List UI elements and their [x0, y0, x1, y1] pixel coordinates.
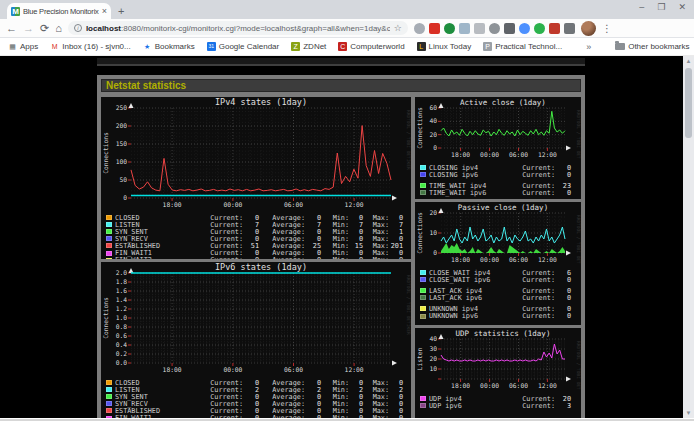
legend-stat-label: Min:: [321, 256, 349, 259]
legend-swatch: [106, 394, 112, 399]
gmail-icon: M: [50, 42, 59, 51]
svg-text:20: 20: [429, 209, 437, 216]
screenshot-extension-icon[interactable]: [504, 23, 515, 34]
legend-stat-label: Average:: [259, 414, 305, 418]
forward-button[interactable]: →: [23, 23, 34, 34]
legend-stat-value: 0: [243, 414, 259, 418]
legend-stat-label: Current:: [203, 414, 243, 418]
ipv6-states-legend: CLOSEDCurrent:0Average:0Min:0Max:0LISTEN…: [101, 378, 411, 418]
bookmark-star-blue[interactable]: ★Bookmarks: [143, 42, 195, 51]
legend-stat-label: Current:: [513, 294, 555, 302]
bookmark-linux-today[interactable]: LLinux Today: [417, 42, 472, 51]
legend-row: CLOSING ipv6Current:0: [420, 171, 576, 178]
svg-text:40: 40: [429, 335, 437, 342]
legend-swatch: [106, 251, 112, 256]
svg-text:1.2: 1.2: [116, 305, 128, 312]
legend-swatch: [420, 396, 426, 401]
linux-today-icon: L: [417, 42, 426, 51]
minimize-button[interactable]: –: [639, 2, 644, 12]
other-bookmarks-button[interactable]: Other bookmarks: [615, 42, 689, 51]
bookmark-google-calendar[interactable]: 31Google Calendar: [207, 42, 279, 51]
tablist-extension-icon[interactable]: [564, 23, 575, 34]
previous-section-edge: [97, 58, 585, 66]
eye-extension-icon[interactable]: [489, 23, 500, 34]
gmail-extension-icon[interactable]: [429, 23, 440, 34]
svg-text:Passive close (1day): Passive close (1day): [458, 203, 548, 212]
scrollbar-up-icon[interactable]: ▲: [683, 56, 694, 66]
onetab-extension-icon[interactable]: [519, 23, 530, 34]
svg-text:RRDTOOL / TOBI OETIKER: RRDTOOL / TOBI OETIKER: [576, 215, 581, 264]
bookmark-apps-grid[interactable]: ▦Apps: [8, 42, 38, 51]
browser-tab[interactable]: M Blue Precision Monitorix ×: [7, 3, 111, 19]
extensions-row: [414, 23, 575, 34]
chrome-menu-icon[interactable]: ⋮: [602, 23, 612, 34]
bookmark-practical-tech[interactable]: PPractical Technol...: [483, 42, 562, 51]
monitorix-content: Netstat statistics 05010015020025018:000…: [97, 75, 585, 418]
page-info-icon[interactable]: i: [74, 24, 82, 32]
copy-pages-extension-icon[interactable]: [459, 23, 470, 34]
bookmark-zdnet[interactable]: ZZDNet: [291, 42, 326, 51]
url-text: localhost:8080/monitorix-cgi/monitorix.c…: [86, 24, 390, 33]
bookmark-star-icon[interactable]: ☆: [394, 23, 402, 33]
close-button[interactable]: ✕: [678, 2, 686, 12]
svg-text:12:00: 12:00: [538, 256, 557, 263]
svg-text:10: 10: [429, 229, 437, 236]
legend-name: FIN_WAIT1: [115, 414, 203, 418]
svg-text:UDP statistics (1day): UDP statistics (1day): [456, 329, 551, 338]
home-button[interactable]: ⌂: [55, 23, 62, 34]
practical-tech-icon: P: [483, 42, 492, 51]
legend-stat-label: Min:: [321, 414, 349, 418]
notes-extension-icon[interactable]: [474, 23, 485, 34]
browser-window: M Blue Precision Monitorix × + – ❐ ✕ ← →…: [0, 0, 694, 421]
legend-stat-label: Average:: [259, 256, 305, 259]
other-bookmarks-label: Other bookmarks: [628, 42, 689, 51]
new-tab-button[interactable]: +: [118, 5, 124, 17]
svg-text:00:00: 00:00: [223, 366, 242, 373]
profile-avatar[interactable]: [581, 21, 596, 36]
legend-swatch: [106, 243, 112, 248]
maximize-button[interactable]: ❐: [657, 2, 665, 12]
share-extension-icon[interactable]: [444, 23, 455, 34]
svg-text:0.0: 0.0: [116, 359, 128, 366]
legend-swatch: [420, 183, 426, 188]
feedly-extension-icon[interactable]: [534, 23, 545, 34]
back-button[interactable]: ←: [6, 23, 17, 34]
legend-row: CLOSE_WAIT ipv6Current:0: [420, 276, 576, 283]
search-extension-icon[interactable]: [414, 23, 425, 34]
legend-swatch: [420, 314, 426, 319]
tab-close-icon[interactable]: ×: [102, 6, 107, 16]
legend-swatch: [420, 277, 426, 282]
svg-text:18:00: 18:00: [451, 382, 470, 389]
svg-text:06:00: 06:00: [509, 151, 528, 158]
legend-row: TIME_WAIT ipv6Current:0: [420, 189, 576, 196]
svg-text:Connections: Connections: [102, 297, 109, 339]
legend-row: LAST_ACK ipv6Current:0: [420, 294, 576, 301]
scrollbar-thumb[interactable]: [685, 68, 692, 138]
page-scrollbar[interactable]: ▲ ▼: [683, 56, 694, 418]
reload-button[interactable]: ⟳: [40, 23, 49, 34]
legend-row: UDP ipv6Current:3: [420, 402, 576, 409]
legend-swatch: [106, 387, 112, 392]
legend-swatch: [420, 288, 426, 293]
legend-stat-value: 0: [389, 256, 403, 259]
legend-stat-value: 0: [305, 256, 321, 259]
legend-name: CLOSE_WAIT ipv6: [429, 276, 513, 284]
legend-swatch: [106, 408, 112, 413]
bookmark-label: Computerworld: [350, 42, 404, 51]
folder-icon: [615, 43, 625, 50]
address-bar[interactable]: i localhost:8080/monitorix-cgi/monitorix…: [68, 21, 408, 35]
bookmark-computerworld[interactable]: CComputerworld: [338, 42, 404, 51]
svg-text:00:00: 00:00: [480, 256, 499, 263]
bookmark-gmail[interactable]: MInbox (16) - sjvn0...: [50, 42, 130, 51]
active-close-graph: 020406018:0000:0006:0012:00Active close …: [415, 97, 581, 159]
svg-text:20: 20: [429, 131, 437, 138]
pocket-extension-icon[interactable]: [549, 23, 560, 34]
passive-close-legend: CLOSE_WAIT ipv4Current:6CLOSE_WAIT ipv6C…: [415, 268, 581, 320]
google-calendar-icon: 31: [207, 42, 216, 51]
svg-text:RRDTOOL / TOBI OETIKER: RRDTOOL / TOBI OETIKER: [406, 275, 411, 335]
svg-text:12:00: 12:00: [345, 201, 364, 208]
legend-stat-value: 3: [555, 402, 571, 410]
svg-text:IPv4 states (1day): IPv4 states (1day): [215, 97, 307, 107]
scrollbar-down-icon[interactable]: ▼: [683, 408, 694, 418]
bookmarks-overflow-chevron[interactable]: »: [586, 42, 591, 52]
